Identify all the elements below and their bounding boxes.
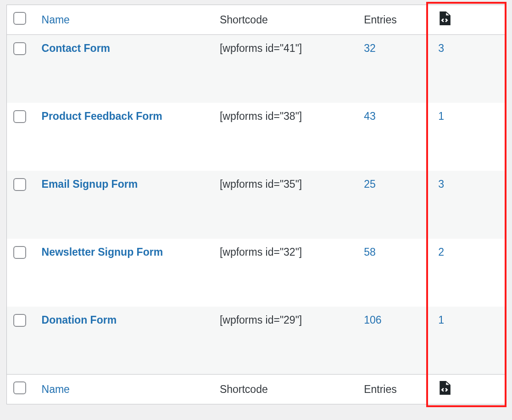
locations-count-link[interactable]: 2 bbox=[438, 246, 444, 258]
table-row: Contact Form[wpforms id="41"]323 bbox=[7, 35, 506, 103]
row-select-checkbox[interactable] bbox=[13, 42, 26, 55]
row-select-cell bbox=[7, 307, 35, 375]
row-locations-cell: 1 bbox=[432, 307, 505, 375]
row-entries-cell: 43 bbox=[357, 103, 432, 171]
table-row: Newsletter Signup Form[wpforms id="32"]5… bbox=[7, 239, 506, 307]
locations-count-link[interactable]: 1 bbox=[438, 314, 444, 326]
row-shortcode-cell: [wpforms id="41"] bbox=[213, 35, 357, 103]
row-name-cell: Donation Form bbox=[35, 307, 213, 375]
row-name-cell: Contact Form bbox=[35, 35, 213, 103]
row-shortcode-cell: [wpforms id="35"] bbox=[213, 171, 357, 239]
row-select-checkbox[interactable] bbox=[13, 314, 26, 327]
row-entries-cell: 58 bbox=[357, 239, 432, 307]
column-header-select-all bbox=[7, 5, 35, 35]
form-name-link[interactable]: Email Signup Form bbox=[42, 178, 138, 190]
row-locations-cell: 1 bbox=[432, 103, 505, 171]
row-name-cell: Email Signup Form bbox=[35, 171, 213, 239]
entries-count-link[interactable]: 25 bbox=[364, 178, 376, 190]
table-row: Donation Form[wpforms id="29"]1061 bbox=[7, 307, 506, 375]
table-row: Product Feedback Form[wpforms id="38"]43… bbox=[7, 103, 506, 171]
row-entries-cell: 32 bbox=[357, 35, 432, 103]
column-footer-shortcode: Shortcode bbox=[213, 375, 357, 404]
row-select-cell bbox=[7, 171, 35, 239]
entries-count-link[interactable]: 32 bbox=[364, 42, 376, 54]
row-select-checkbox[interactable] bbox=[13, 178, 26, 191]
sort-by-name-link-footer[interactable]: Name bbox=[42, 383, 70, 395]
row-select-checkbox[interactable] bbox=[13, 110, 26, 123]
column-footer-select-all bbox=[7, 375, 35, 404]
locations-count-link[interactable]: 3 bbox=[438, 178, 444, 190]
row-select-cell bbox=[7, 239, 35, 307]
column-header-name[interactable]: Name bbox=[35, 5, 213, 35]
locations-count-link[interactable]: 1 bbox=[438, 110, 444, 122]
row-locations-cell: 3 bbox=[432, 171, 505, 239]
row-name-cell: Product Feedback Form bbox=[35, 103, 213, 171]
column-footer-locations bbox=[432, 375, 505, 404]
code-file-icon bbox=[438, 381, 451, 395]
entries-count-link[interactable]: 106 bbox=[364, 314, 381, 326]
column-header-entries: Entries bbox=[357, 5, 432, 35]
row-shortcode-cell: [wpforms id="29"] bbox=[213, 307, 357, 375]
column-footer-entries: Entries bbox=[357, 375, 432, 404]
row-locations-cell: 3 bbox=[432, 35, 505, 103]
column-footer-name[interactable]: Name bbox=[35, 375, 213, 404]
locations-count-link[interactable]: 3 bbox=[438, 42, 444, 54]
row-locations-cell: 2 bbox=[432, 239, 505, 307]
table-header-row: Name Shortcode Entries bbox=[7, 5, 506, 35]
code-file-icon bbox=[438, 11, 451, 25]
row-entries-cell: 106 bbox=[357, 307, 432, 375]
row-entries-cell: 25 bbox=[357, 171, 432, 239]
forms-table-wrap: Name Shortcode Entries bbox=[6, 5, 506, 404]
row-name-cell: Newsletter Signup Form bbox=[35, 239, 213, 307]
table-footer-row: Name Shortcode Entries bbox=[7, 375, 506, 404]
sort-by-name-link[interactable]: Name bbox=[42, 14, 70, 26]
select-all-checkbox-bottom[interactable] bbox=[13, 381, 26, 394]
form-name-link[interactable]: Donation Form bbox=[42, 314, 117, 326]
entries-count-link[interactable]: 43 bbox=[364, 110, 376, 122]
row-shortcode-cell: [wpforms id="38"] bbox=[213, 103, 357, 171]
forms-table: Name Shortcode Entries bbox=[6, 5, 506, 404]
row-shortcode-cell: [wpforms id="32"] bbox=[213, 239, 357, 307]
form-name-link[interactable]: Contact Form bbox=[42, 42, 111, 54]
entries-count-link[interactable]: 58 bbox=[364, 246, 376, 258]
row-select-cell bbox=[7, 103, 35, 171]
column-header-shortcode: Shortcode bbox=[213, 5, 357, 35]
form-name-link[interactable]: Product Feedback Form bbox=[42, 110, 162, 122]
row-select-cell bbox=[7, 35, 35, 103]
select-all-checkbox-top[interactable] bbox=[13, 12, 26, 25]
column-header-locations bbox=[432, 5, 505, 35]
table-row: Email Signup Form[wpforms id="35"]253 bbox=[7, 171, 506, 239]
form-name-link[interactable]: Newsletter Signup Form bbox=[42, 246, 163, 258]
row-select-checkbox[interactable] bbox=[13, 246, 26, 259]
